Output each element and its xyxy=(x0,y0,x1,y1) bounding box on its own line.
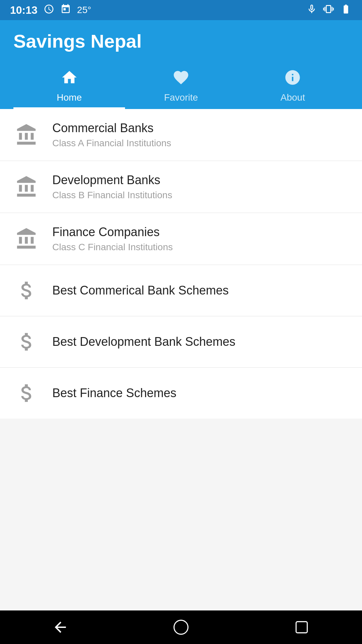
development-banks-subtitle: Class B Financial Institutions xyxy=(52,190,172,201)
home-icon xyxy=(61,69,78,89)
tab-favorite[interactable]: Favorite xyxy=(125,62,237,109)
finance-companies-title: Finance Companies xyxy=(52,225,173,239)
commercial-banks-title: Commercial Banks xyxy=(52,121,171,135)
list-text-best-development-schemes: Best Development Bank Schemes xyxy=(52,335,235,349)
tab-favorite-label: Favorite xyxy=(164,92,198,103)
status-bar-left: 10:13 25° xyxy=(10,4,91,17)
dollar-icon-finance xyxy=(13,380,40,407)
best-development-schemes-title: Best Development Bank Schemes xyxy=(52,335,235,349)
tab-bar: Home Favorite About xyxy=(13,62,349,109)
tab-home[interactable]: Home xyxy=(13,62,125,109)
list-item-development-banks[interactable]: Development Banks Class B Financial Inst… xyxy=(0,161,362,213)
status-bar: 10:13 25° xyxy=(0,0,362,20)
info-icon xyxy=(284,69,301,89)
mic-icon xyxy=(306,4,317,17)
bank-icon-development xyxy=(13,173,40,200)
list-text-finance-companies: Finance Companies Class C Financial Inst… xyxy=(52,225,173,253)
list-item-best-development-schemes[interactable]: Best Development Bank Schemes xyxy=(0,316,362,368)
alarm-icon xyxy=(44,4,54,17)
development-banks-title: Development Banks xyxy=(52,173,172,187)
bank-icon-finance xyxy=(13,225,40,252)
dollar-icon-commercial xyxy=(13,277,40,304)
tab-home-label: Home xyxy=(57,92,82,103)
best-commercial-schemes-title: Best Commerical Bank Schemes xyxy=(52,283,229,298)
temperature: 25° xyxy=(77,5,91,15)
list-item-best-finance-schemes[interactable]: Best Finance Schemes xyxy=(0,368,362,419)
tab-about[interactable]: About xyxy=(237,62,349,109)
nav-bar xyxy=(0,610,362,644)
bank-icon-commercial xyxy=(13,121,40,148)
home-button[interactable] xyxy=(168,614,194,641)
tab-about-label: About xyxy=(281,92,305,103)
svg-rect-1 xyxy=(296,622,307,633)
commercial-banks-subtitle: Class A Financial Institutions xyxy=(52,138,171,149)
list-item-commercial-banks[interactable]: Commercial Banks Class A Financial Insti… xyxy=(0,109,362,161)
list-text-commercial-banks: Commercial Banks Class A Financial Insti… xyxy=(52,121,171,149)
recent-button[interactable] xyxy=(288,614,315,641)
svg-point-0 xyxy=(174,620,188,634)
heart-icon xyxy=(172,69,190,89)
back-button[interactable] xyxy=(47,614,74,641)
list-text-development-banks: Development Banks Class B Financial Inst… xyxy=(52,173,172,201)
calendar-icon xyxy=(60,4,71,17)
status-bar-right xyxy=(306,4,352,17)
app-title: Savings Nepal xyxy=(13,30,349,52)
list-text-best-commercial-schemes: Best Commerical Bank Schemes xyxy=(52,283,229,298)
app-header: Savings Nepal Home Favorite About xyxy=(0,20,362,109)
battery-icon xyxy=(340,4,352,17)
list-item-finance-companies[interactable]: Finance Companies Class C Financial Inst… xyxy=(0,213,362,265)
vibrate-icon xyxy=(323,4,334,17)
list-text-best-finance-schemes: Best Finance Schemes xyxy=(52,386,176,400)
list-item-best-commercial-schemes[interactable]: Best Commerical Bank Schemes xyxy=(0,265,362,316)
status-time: 10:13 xyxy=(10,4,38,16)
content-area: Commercial Banks Class A Financial Insti… xyxy=(0,109,362,610)
finance-companies-subtitle: Class C Financial Institutions xyxy=(52,242,173,253)
best-finance-schemes-title: Best Finance Schemes xyxy=(52,386,176,400)
dollar-icon-development xyxy=(13,328,40,355)
